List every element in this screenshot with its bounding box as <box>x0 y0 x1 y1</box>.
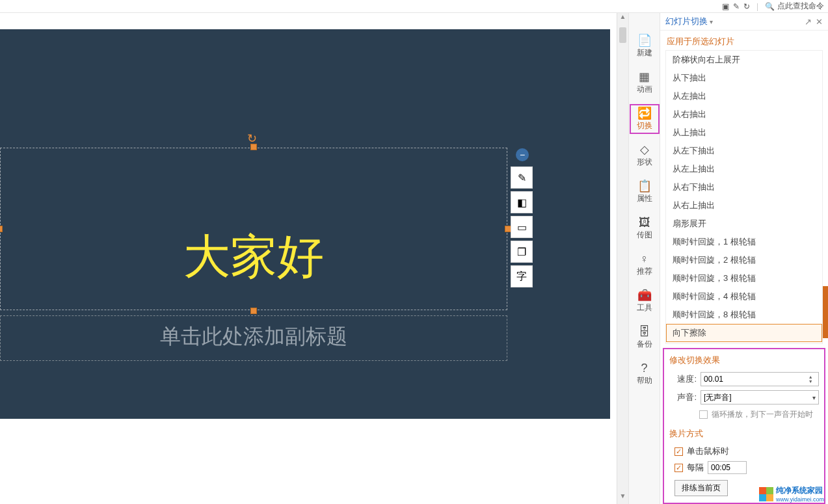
toolstrip-shape[interactable]: ◇形状 <box>630 140 660 170</box>
transition-effect-item[interactable]: 从下抽出 <box>666 69 822 87</box>
spinner-down-icon[interactable]: ▼ <box>808 379 816 384</box>
slide-title-text[interactable]: 大家好 <box>0 226 507 288</box>
panel-title[interactable]: 幻灯片切换 <box>665 16 713 27</box>
transition-effect-item[interactable]: 顺时针回旋，1 根轮辐 <box>666 233 822 251</box>
panel-expand-icon[interactable]: ↗ <box>805 17 812 27</box>
toolstrip-img[interactable]: 🖼传图 <box>630 213 660 243</box>
panel-close-icon[interactable]: ✕ <box>816 17 823 27</box>
toolstrip-attr[interactable]: 📋属性 <box>630 177 660 207</box>
toolstrip-rec[interactable]: ♀推荐 <box>630 250 660 280</box>
modify-effect-header: 修改切换效果 <box>668 353 820 370</box>
topbar-icon-2[interactable]: ✎ <box>733 2 740 11</box>
topbar-icon-1[interactable]: ▣ <box>722 2 729 11</box>
toolstrip-label: 传图 <box>637 230 652 241</box>
transition-effect-item[interactable]: 顺时针回旋，4 根轮辐 <box>666 287 822 306</box>
transition-effect-item[interactable]: 从右下抽出 <box>666 178 822 196</box>
transition-effect-item[interactable]: 从左上抽出 <box>666 160 822 178</box>
transition-effect-item[interactable]: 顺时针回旋，3 根轮辐 <box>666 269 822 287</box>
toolstrip-label: 新建 <box>637 47 652 59</box>
help-icon: ? <box>641 362 647 374</box>
toolstrip-help[interactable]: ?帮助 <box>630 359 660 389</box>
topbar-icon-3[interactable]: ↻ <box>743 2 750 11</box>
interval-label: 每隔 <box>687 462 704 473</box>
loop-sound-label: 循环播放，到下一声音开始时 <box>712 409 813 420</box>
toolstrip-label: 动画 <box>637 84 652 95</box>
anim-icon: ▦ <box>639 71 650 83</box>
sound-dropdown[interactable]: ▾ <box>701 390 819 405</box>
transition-panel: 幻灯片切换 ↗ ✕ 应用于所选幻灯片 阶梯状向左上展开阶梯状向右下展开阶梯状向右… <box>660 13 828 504</box>
interval-checkbox[interactable]: ✓ <box>674 464 683 472</box>
toolstrip-label: 工具 <box>637 302 652 313</box>
transition-effect-item[interactable]: 从左下抽出 <box>666 142 822 160</box>
advance-header: 换片方式 <box>668 423 820 444</box>
transition-effect-item[interactable]: 从右上抽出 <box>666 196 822 215</box>
transition-effect-item[interactable]: 顺时针回旋，8 根轮辐 <box>666 306 822 324</box>
transition-effect-item[interactable]: 从左抽出 <box>666 87 822 105</box>
shape-icon: ◇ <box>640 144 649 155</box>
toolstrip-new[interactable]: 📄新建 <box>630 31 660 61</box>
toolstrip-bak[interactable]: 🗄备份 <box>630 323 660 352</box>
interval-input[interactable] <box>708 461 747 474</box>
speed-label: 速度: <box>669 373 697 385</box>
mini-btn-text[interactable]: 字 <box>511 265 533 287</box>
spinner-up-icon[interactable]: ▲ <box>808 375 816 379</box>
subtitle-placeholder[interactable]: 单击此处添加副标题 <box>0 315 507 361</box>
top-toolbar: ▣ ✎ ↻ | 🔍 点此查找命令 <box>0 0 828 13</box>
mini-btn-layer[interactable]: ❐ <box>511 241 533 263</box>
trans-icon: 🔁 <box>637 107 652 119</box>
mini-btn-fill[interactable]: ◧ <box>511 191 533 213</box>
transition-effect-item[interactable]: 向下擦除 <box>666 324 822 342</box>
panel-edge-tab[interactable] <box>823 286 828 338</box>
mini-btn-edit[interactable]: ✎ <box>511 166 533 189</box>
floating-format-toolbar: − ✎ ◧ ▭ ❐ 字 <box>511 148 534 287</box>
sound-label: 声音: <box>669 391 697 403</box>
watermark-brand: 纯净系统家园 <box>776 485 824 496</box>
toolstrip-trans[interactable]: 🔁切换 <box>630 104 660 134</box>
speed-spinner[interactable]: ▲▼ <box>701 372 819 386</box>
bak-icon: 🗄 <box>639 326 650 338</box>
panel-window-controls: ↗ ✕ <box>805 17 823 27</box>
on-click-label: 单击鼠标时 <box>687 445 729 457</box>
toolstrip-label: 备份 <box>637 339 652 350</box>
panel-header: 幻灯片切换 ↗ ✕ <box>660 13 828 31</box>
command-search[interactable]: 🔍 点此查找命令 <box>765 1 824 12</box>
transition-effect-item[interactable]: 阶梯状向右上展开 <box>666 51 822 69</box>
watermark-logo-icon <box>759 487 773 501</box>
img-icon: 🖼 <box>639 217 650 228</box>
toolstrip-label: 切换 <box>637 120 652 131</box>
transition-effect-item[interactable]: 从上抽出 <box>666 124 822 142</box>
dropdown-arrow-icon[interactable]: ▾ <box>812 394 816 401</box>
slide-canvas-area: ↻ 大家好 单击此处添加副标题 − ✎ <box>0 13 617 504</box>
floating-collapse-icon[interactable]: − <box>516 148 529 161</box>
speed-input[interactable] <box>704 375 808 384</box>
scroll-up-icon[interactable]: ▲ <box>617 13 628 25</box>
new-icon: 📄 <box>637 34 652 46</box>
scrollbar-thumb[interactable] <box>619 27 626 43</box>
transition-effect-item[interactable]: 顺时针回旋，2 根轮辐 <box>666 251 822 269</box>
mini-btn-outline[interactable]: ▭ <box>511 216 533 238</box>
attr-icon: 📋 <box>637 180 652 192</box>
rec-icon: ♀ <box>640 253 649 265</box>
toolstrip-label: 推荐 <box>637 266 652 277</box>
right-tool-strip: 📄新建▦动画🔁切换◇形状📋属性🖼传图♀推荐🧰工具🗄备份?帮助 <box>628 13 660 504</box>
resize-handle-bottom[interactable] <box>250 308 257 314</box>
scroll-down-icon[interactable]: ▼ <box>617 492 628 504</box>
topbar-icons: ▣ ✎ ↻ <box>722 2 750 11</box>
transition-effect-item[interactable]: 扇形展开 <box>666 215 822 233</box>
transition-effects-list[interactable]: 阶梯状向左上展开阶梯状向右下展开阶梯状向右上展开从下抽出从左抽出从右抽出从上抽出… <box>665 50 823 344</box>
rehearse-current-button[interactable]: 排练当前页 <box>674 480 728 496</box>
apply-to-header: 应用于所选幻灯片 <box>660 31 828 50</box>
toolstrip-tool[interactable]: 🧰工具 <box>630 286 660 316</box>
loop-checkbox: ✓ <box>699 410 708 419</box>
watermark: 纯净系统家园 www.yidaimei.com <box>759 485 824 503</box>
toolstrip-label: 形状 <box>637 157 652 168</box>
toolstrip-anim[interactable]: ▦动画 <box>630 68 660 98</box>
transition-effect-item[interactable]: 从右抽出 <box>666 105 822 124</box>
on-click-checkbox[interactable]: ✓ <box>674 447 683 456</box>
canvas-scrollbar[interactable]: ▲ ▼ <box>617 13 628 504</box>
title-placeholder[interactable]: ↻ 大家好 <box>0 148 507 310</box>
tool-icon: 🧰 <box>637 289 652 301</box>
slide[interactable]: ↻ 大家好 单击此处添加副标题 − ✎ <box>0 29 610 419</box>
toolstrip-label: 帮助 <box>637 375 652 386</box>
resize-handle-top[interactable] <box>250 144 257 150</box>
